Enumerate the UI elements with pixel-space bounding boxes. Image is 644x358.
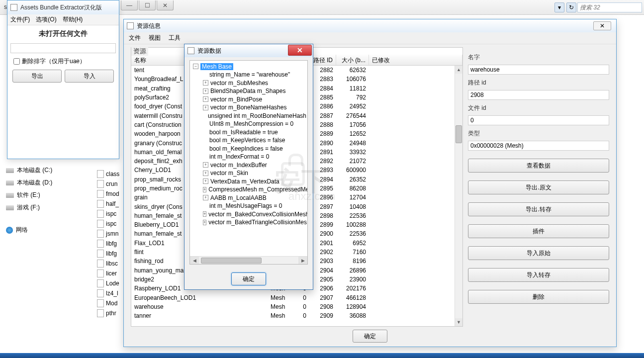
pathid-value[interactable]: 2908 [468,90,609,100]
file-item[interactable]: jsmn [97,229,127,239]
tree-node[interactable]: bool m_KeepIndices = false [191,145,306,153]
tree-node[interactable]: +vector m_IndexBuffer [191,161,306,170]
tree-node[interactable]: int m_IndexFormat = 0 [191,153,306,162]
expand-icon[interactable]: + [203,162,208,168]
import-button[interactable]: 导入 [65,70,114,83]
col-pathid[interactable]: 路径 ID [309,55,336,65]
scroll-down-icon[interactable]: ▼ [455,318,462,326]
file-item[interactable]: pthr [97,308,127,318]
menu-help[interactable]: 帮助(H) [63,15,83,24]
file-item[interactable]: ispc [97,209,127,219]
search-input[interactable] [577,2,642,12]
filter-input[interactable] [10,43,116,53]
horizontal-scrollbar[interactable]: ◀ ▶ [190,256,307,264]
tree-node[interactable]: +vector m_BakedTriangleCollisionMes [191,219,306,227]
menu-file[interactable]: 文件(F) [10,15,30,24]
tree-node[interactable]: +vector m_SubMeshes [191,79,306,88]
import-dump-button[interactable]: 导入转存 [468,268,609,282]
scroll-left-icon[interactable]: ◀ [190,257,199,264]
titlebar[interactable]: Assets Bundle Extractor汉化版 [7,0,119,14]
tree-node[interactable]: +vector m_BakedConvexCollisionMesh [191,210,306,219]
export-dump-button[interactable]: 导出.转存 [468,202,609,216]
expand-icon[interactable]: + [203,187,206,192]
name-value[interactable]: warehouse [468,65,609,75]
expand-icon[interactable]: + [203,96,208,102]
refresh-icon[interactable]: ↻ [566,2,576,12]
tree-node[interactable]: +AABB m_LocalAABB [191,194,306,202]
drive-item[interactable]: 本地磁盘 (C:) [0,164,90,177]
file-item[interactable]: lz4_l [97,288,127,298]
expand-icon[interactable]: + [203,220,206,225]
tree-node[interactable]: +VertexData m_VertexData [191,178,306,186]
taskbar[interactable] [0,353,644,358]
drive-item[interactable]: 游戏 (F:) [0,201,90,214]
scroll-right-icon[interactable]: ▶ [298,257,307,264]
table-row[interactable]: tannerMesh0290936088 [131,311,462,320]
file-item[interactable]: crun [97,179,127,189]
expand-icon[interactable]: + [203,179,208,184]
file-item[interactable]: libfg [97,249,127,259]
drive-item[interactable]: 软件 (E:) [0,189,90,201]
plugins-button[interactable]: 插件 [468,224,609,238]
data-tree[interactable]: − Mesh Base string m_Name = "warehouse"+… [189,60,308,265]
col-modified[interactable]: 已修改 [369,55,462,65]
col-size[interactable]: 大小 (b... [336,55,369,65]
drive-item[interactable]: 本地磁盘 (D:) [0,177,90,189]
file-item[interactable]: libsc [97,259,127,268]
tree-node[interactable]: bool m_KeepVertices = false [191,137,306,145]
close-button[interactable]: ✕ [593,21,611,30]
tree-node[interactable]: string m_Name = "warehouse" [191,71,306,80]
file-item[interactable]: libfg [97,239,127,249]
tree-node[interactable]: +BlendShapeData m_Shapes [191,88,306,96]
tree-node[interactable]: bool m_IsReadable = true [191,128,306,137]
titlebar[interactable]: 资源数据 ✕ [184,44,313,57]
file-item[interactable]: licer [97,268,127,278]
file-item[interactable]: ispc [97,219,127,229]
file-item[interactable]: Mod [97,298,127,308]
export-raw-button[interactable]: 导出.原文 [468,180,609,194]
file-item[interactable]: fmod [97,189,127,199]
scroll-thumb[interactable] [199,257,298,264]
close-button[interactable]: ✕ [288,45,312,56]
expand-icon[interactable]: + [203,171,208,176]
menu-file[interactable]: 文件 [129,34,141,42]
scroll-thumb[interactable] [456,125,462,143]
minimize-button[interactable]: — [121,0,138,10]
view-data-button[interactable]: 查看数据 [468,159,609,173]
vertical-scrollbar[interactable]: ▲ ▼ [455,66,462,326]
menu-view[interactable]: 视图 [149,34,161,42]
tree-node[interactable]: UInt8 m_MeshCompression = 0 [191,120,306,129]
tree-node[interactable]: int m_MeshUsageFlags = 0 [191,202,306,211]
table-row[interactable]: EuropeanBeech_LOD1Mesh02907466128 [131,293,462,302]
tree-node[interactable]: +vector m_BindPose [191,95,306,104]
scroll-up-icon[interactable]: ▲ [455,66,462,74]
export-button[interactable]: 导出 [12,70,62,83]
close-button[interactable]: ✕ [157,0,174,10]
fileid-value[interactable]: 0 [468,115,609,125]
expand-icon[interactable]: + [203,211,206,217]
delete-button[interactable]: 删除 [468,290,609,304]
tree-node[interactable]: +vector m_Skin [191,170,306,178]
ok-button[interactable]: 确定 [231,272,266,285]
import-raw-button[interactable]: 导入原始 [468,246,609,260]
table-row[interactable]: warehouseMesh02908128904 [131,302,462,311]
collapse-icon[interactable]: − [193,64,198,69]
tree-node[interactable]: +CompressedMesh m_CompressedMe [191,186,306,194]
delete-sort-checkbox[interactable] [13,58,20,65]
tree-root[interactable]: − Mesh Base [191,63,306,71]
file-item[interactable]: Lode [97,278,127,288]
ok-button[interactable]: 确定 [353,330,387,343]
file-item[interactable]: half_ [97,199,127,209]
tree-node[interactable]: +vector m_BoneNameHashes [191,104,306,112]
type-value[interactable]: 0x00000028 (Mesh) [468,141,609,151]
titlebar[interactable]: 资源信息 ✕ [124,19,616,32]
expand-icon[interactable]: + [203,89,208,94]
dropdown-icon[interactable]: ▾ [554,2,564,12]
expand-icon[interactable]: + [203,195,208,200]
maximize-button[interactable]: ☐ [139,0,156,10]
expand-icon[interactable]: + [203,80,208,86]
tree-node[interactable]: unsigned int m_RootBoneNameHash [191,112,306,120]
file-item[interactable]: class [97,169,127,179]
menu-options[interactable]: 选项(O) [36,15,56,24]
network-item[interactable]: 网络 [0,224,90,236]
